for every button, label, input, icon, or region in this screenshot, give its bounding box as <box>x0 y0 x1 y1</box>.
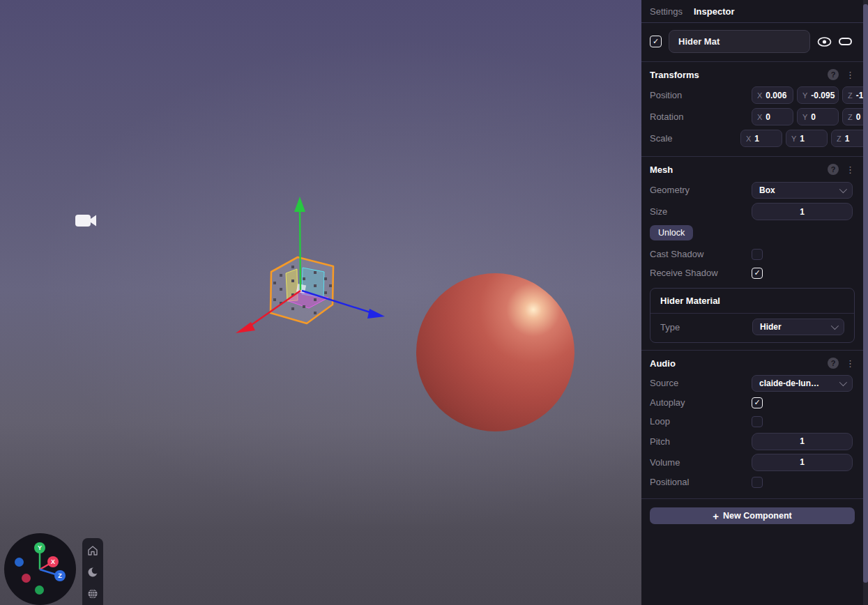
loop-checkbox[interactable] <box>752 416 763 427</box>
axis-y <box>300 206 300 290</box>
plus-icon: + <box>713 511 719 521</box>
position-y-field[interactable]: Y -0.095 <box>797 86 839 104</box>
volume-row: Volume <box>650 452 855 473</box>
section-audio: Audio ? ⋮ Source claide-de-lun… Autoplay… <box>641 351 863 499</box>
geometry-label: Geometry <box>650 185 752 195</box>
axis-x-prefix: X <box>757 91 762 100</box>
new-component-label: New Component <box>723 511 792 521</box>
volume-input[interactable] <box>752 454 853 471</box>
moon-icon <box>87 567 98 578</box>
material-type-value: Hider <box>760 322 831 332</box>
rotation-y-field[interactable]: Y 0 <box>797 108 839 125</box>
material-title: Hider Material <box>650 289 854 314</box>
home-view-button[interactable] <box>86 544 99 557</box>
material-type-label: Type <box>660 322 752 332</box>
pitch-input[interactable] <box>752 433 853 450</box>
gizmo-axis-y-ball[interactable]: Y <box>34 542 45 553</box>
red-sphere-object[interactable] <box>416 273 574 431</box>
tab-inspector[interactable]: Inspector <box>694 6 735 17</box>
axis-y-prefix: Y <box>791 135 796 143</box>
help-icon[interactable]: ? <box>828 358 839 369</box>
rotation-y-value: 0 <box>811 112 816 122</box>
visibility-eye-icon[interactable] <box>817 37 832 47</box>
section-mesh: Mesh ? ⋮ Geometry Box Size Unlock Cast S… <box>641 157 863 351</box>
inspector-panel: Settings Inspector Transforms ? ⋮ Positi… <box>641 0 863 605</box>
gizmo-axis-neg-z-ball[interactable] <box>15 558 24 567</box>
cast-shadow-checkbox[interactable] <box>752 249 763 260</box>
object-name-input[interactable] <box>669 30 810 53</box>
kebab-menu-icon[interactable]: ⋮ <box>846 70 855 80</box>
viewport-3d[interactable]: Y X Z <box>0 0 641 605</box>
geometry-dropdown[interactable]: Box <box>752 182 853 199</box>
autoplay-checkbox[interactable] <box>752 397 763 408</box>
axis-y-arrow <box>294 197 305 212</box>
gizmo-axis-x-ball[interactable]: X <box>47 556 59 567</box>
panel-scrollbar[interactable] <box>863 0 868 605</box>
help-icon[interactable]: ? <box>828 69 839 80</box>
kebab-menu-icon[interactable]: ⋮ <box>846 164 855 175</box>
section-transforms: Transforms ? ⋮ Position X 0.006 Y -0.095… <box>641 62 863 157</box>
object-name-row <box>641 23 863 62</box>
material-type-dropdown[interactable]: Hider <box>752 319 844 335</box>
axis-y-prefix: Y <box>802 91 807 100</box>
kebab-menu-icon[interactable]: ⋮ <box>846 358 855 369</box>
position-row: Position X 0.006 Y -0.095 Z -1.487 <box>650 84 855 106</box>
tab-settings[interactable]: Settings <box>650 6 683 17</box>
shading-toggle-button[interactable] <box>86 566 99 579</box>
geometry-value: Box <box>759 185 839 195</box>
gizmo-axis-z-ball[interactable]: Z <box>54 570 66 581</box>
rotation-label: Rotation <box>650 112 752 122</box>
capsule-toggle-icon[interactable] <box>839 38 852 45</box>
scale-label: Scale <box>650 133 752 144</box>
panel-footer: + New Component <box>641 499 863 533</box>
cast-shadow-row: Cast Shadow <box>650 245 855 263</box>
unlock-button[interactable]: Unlock <box>650 225 693 240</box>
positional-row: Positional <box>650 473 855 491</box>
axis-z-arrow <box>367 309 385 319</box>
material-card: Hider Material Type Hider <box>650 288 855 343</box>
pitch-row: Pitch <box>650 431 855 452</box>
grid-toggle-button[interactable] <box>86 588 99 600</box>
help-icon[interactable]: ? <box>828 164 839 175</box>
receive-shadow-row: Receive Shadow <box>650 263 855 282</box>
transforms-title: Transforms <box>650 70 828 80</box>
gizmo-axis-neg-y-ball[interactable] <box>35 585 44 595</box>
positional-checkbox[interactable] <box>752 477 763 488</box>
volume-label: Volume <box>650 457 752 468</box>
viewport-toolbar <box>82 538 103 605</box>
material-type-row: Type Hider <box>650 314 854 342</box>
axis-z-prefix: Z <box>837 135 842 143</box>
pitch-label: Pitch <box>650 436 752 447</box>
new-component-button[interactable]: + New Component <box>650 507 855 524</box>
chevron-down-icon <box>839 378 847 385</box>
object-enabled-checkbox[interactable] <box>650 36 662 47</box>
scale-row: Scale X 1 Y 1 Z 1 <box>650 128 855 149</box>
receive-shadow-checkbox[interactable] <box>752 268 763 279</box>
audio-source-row: Source claide-de-lun… <box>650 373 855 393</box>
position-x-value: 0.006 <box>766 91 786 100</box>
gizmo-axis-neg-x-ball[interactable] <box>22 574 31 583</box>
size-input[interactable] <box>752 203 853 220</box>
scrollbar-thumb[interactable] <box>863 4 868 583</box>
axis-y-prefix: Y <box>802 113 807 121</box>
positional-label: Positional <box>650 477 752 487</box>
scale-y-value: 1 <box>800 134 805 144</box>
size-label: Size <box>650 206 752 217</box>
scale-x-field[interactable]: X 1 <box>740 130 782 147</box>
box-gizmo[interactable] <box>230 195 397 345</box>
rotation-x-field[interactable]: X 0 <box>752 108 793 125</box>
orientation-gizmo[interactable]: Y X Z <box>4 533 76 605</box>
scale-y-field[interactable]: Y 1 <box>786 130 828 147</box>
position-y-value: -0.095 <box>811 91 835 100</box>
camera-icon[interactable] <box>74 211 98 231</box>
axis-z-prefix: Z <box>848 113 853 121</box>
loop-label: Loop <box>650 416 752 427</box>
chevron-down-icon <box>831 322 839 330</box>
audio-source-dropdown[interactable]: claide-de-lun… <box>752 375 853 392</box>
source-label: Source <box>650 378 752 388</box>
position-x-field[interactable]: X 0.006 <box>752 86 793 104</box>
rotation-z-value: 0 <box>856 112 861 122</box>
size-row: Size <box>650 201 855 222</box>
rotation-row: Rotation X 0 Y 0 Z 0 <box>650 106 855 128</box>
scale-z-value: 1 <box>845 134 850 144</box>
